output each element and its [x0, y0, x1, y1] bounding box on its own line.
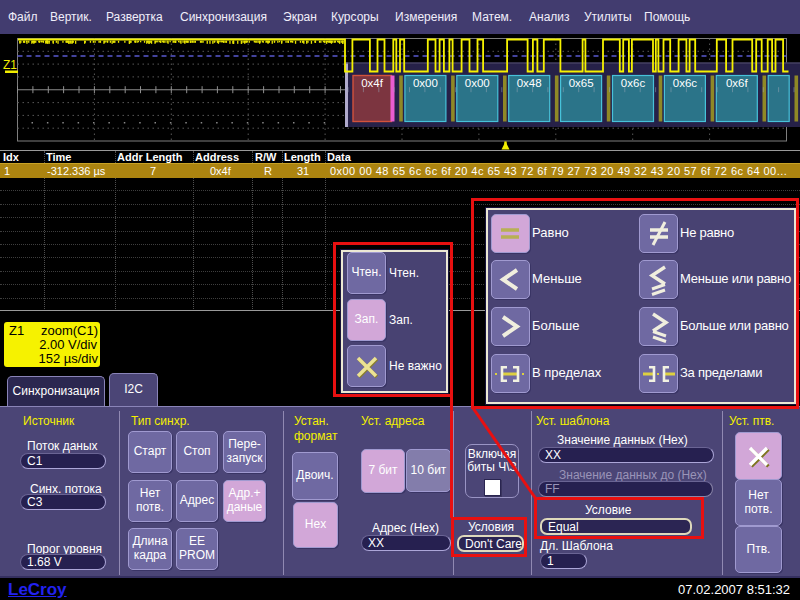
svg-text:Z1: Z1: [3, 58, 17, 72]
svg-text:0x48: 0x48: [517, 77, 542, 89]
svg-text:0x6f: 0x6f: [726, 77, 749, 89]
svg-text:0x4f: 0x4f: [361, 77, 384, 89]
svg-text:0x6c: 0x6c: [673, 77, 698, 89]
svg-text:0x65: 0x65: [569, 77, 594, 89]
